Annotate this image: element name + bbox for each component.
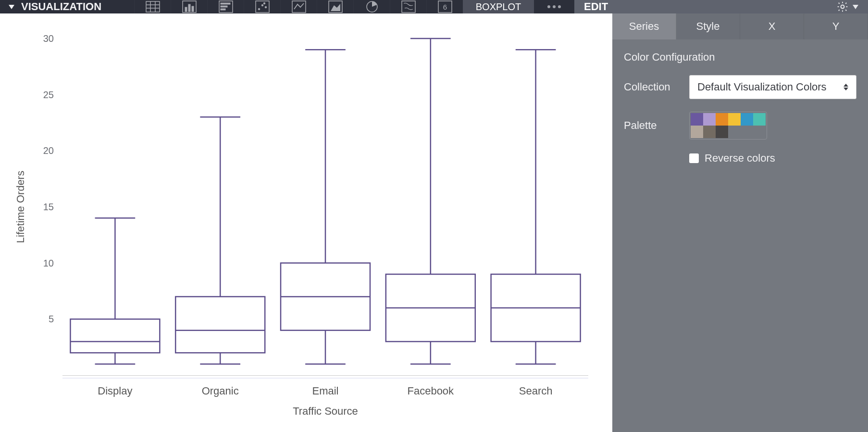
svg-text:Search: Search — [519, 385, 553, 397]
tab-x[interactable]: X — [740, 13, 804, 39]
palette-swatch — [753, 126, 766, 138]
svg-text:Display: Display — [98, 385, 132, 397]
caret-down-icon — [9, 5, 14, 9]
svg-text:15: 15 — [43, 202, 54, 212]
palette-swatch — [691, 126, 703, 138]
tab-style[interactable]: Style — [676, 13, 740, 39]
area-chart-icon[interactable] — [317, 0, 353, 13]
svg-point-14 — [258, 8, 260, 10]
palette-swatch — [716, 113, 728, 126]
svg-text:Facebook: Facebook — [407, 385, 454, 397]
svg-rect-8 — [192, 6, 194, 12]
svg-point-16 — [265, 6, 267, 8]
palette-swatch — [703, 113, 716, 126]
line-chart-icon[interactable] — [280, 0, 317, 13]
svg-text:Organic: Organic — [202, 385, 239, 397]
collection-value: Default Visualization Colors — [697, 81, 827, 93]
svg-rect-10 — [221, 3, 230, 4]
svg-marker-20 — [331, 4, 340, 11]
palette-swatch — [728, 113, 741, 126]
boxplot-tab[interactable]: BOXPLOT — [463, 0, 534, 13]
svg-rect-13 — [256, 1, 269, 13]
svg-rect-45 — [175, 297, 265, 353]
more-visualizations-button[interactable] — [534, 0, 574, 13]
tab-series[interactable]: Series — [612, 13, 676, 39]
reverse-colors-label: Reverse colors — [705, 152, 775, 165]
svg-rect-0 — [146, 1, 160, 12]
section-label: Color Configuration — [624, 51, 856, 64]
edit-tabs: Series Style X Y — [612, 13, 868, 39]
tab-y[interactable]: Y — [804, 13, 868, 39]
svg-text:6: 6 — [443, 3, 446, 11]
svg-rect-7 — [188, 4, 190, 12]
boxplot-tab-label: BOXPLOT — [476, 1, 521, 13]
svg-point-17 — [263, 2, 265, 4]
edit-panel: Series Style X Y Color Configuration Col… — [612, 13, 868, 432]
svg-text:25: 25 — [43, 89, 54, 100]
scatter-icon[interactable] — [244, 0, 280, 13]
svg-rect-12 — [221, 9, 225, 10]
palette-selector[interactable] — [689, 112, 767, 140]
svg-rect-38 — [70, 319, 160, 353]
select-arrows-icon — [843, 84, 848, 90]
svg-point-25 — [841, 5, 844, 9]
map-icon[interactable] — [390, 0, 426, 13]
edit-title: EDIT — [584, 0, 608, 13]
bar-chart-icon[interactable] — [171, 0, 207, 13]
svg-text:5: 5 — [49, 314, 54, 324]
visualization-label: VISUALIZATION — [21, 0, 101, 13]
svg-text:10: 10 — [43, 258, 54, 268]
palette-swatch — [741, 126, 753, 138]
single-value-icon[interactable]: 6 — [426, 0, 463, 13]
collection-select[interactable]: Default Visualization Colors — [689, 75, 856, 99]
horizontal-bar-icon[interactable] — [207, 0, 244, 13]
edit-header: EDIT — [574, 0, 868, 13]
svg-rect-6 — [185, 7, 187, 12]
palette-swatch — [741, 113, 753, 126]
settings-dropdown[interactable] — [836, 0, 858, 13]
table-icon[interactable] — [134, 0, 171, 13]
reverse-colors-checkbox[interactable] — [689, 153, 699, 163]
svg-text:Email: Email — [312, 385, 338, 397]
svg-text:Traffic Source: Traffic Source — [293, 405, 358, 417]
svg-rect-22 — [402, 1, 415, 13]
svg-point-15 — [261, 4, 263, 6]
svg-text:Lifetime Orders: Lifetime Orders — [14, 171, 26, 243]
top-toolbar: VISUALIZATION — [0, 0, 868, 13]
collection-label: Collection — [624, 81, 680, 93]
visualization-dropdown[interactable]: VISUALIZATION — [0, 0, 110, 13]
dots-icon — [547, 5, 561, 8]
svg-text:30: 30 — [43, 33, 54, 44]
svg-text:20: 20 — [43, 145, 54, 156]
svg-rect-11 — [221, 6, 227, 7]
chart-area: 51015202530DisplayOrganicEmailFacebookSe… — [0, 13, 612, 432]
boxplot-chart: 51015202530DisplayOrganicEmailFacebookSe… — [10, 28, 598, 424]
palette-swatch — [703, 126, 716, 138]
gear-icon — [836, 0, 849, 13]
palette-swatch — [691, 113, 703, 126]
svg-rect-18 — [292, 1, 306, 13]
palette-label: Palette — [624, 119, 680, 132]
visualization-type-icons: 6 — [134, 0, 463, 13]
pie-chart-icon[interactable] — [353, 0, 390, 13]
palette-swatch — [716, 126, 728, 138]
palette-swatch — [728, 126, 741, 138]
palette-swatch — [753, 113, 766, 126]
caret-down-icon — [853, 5, 858, 9]
